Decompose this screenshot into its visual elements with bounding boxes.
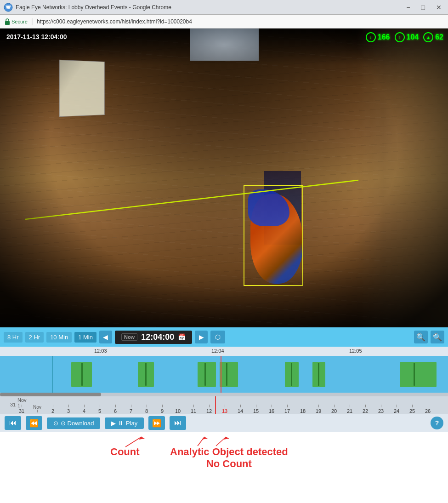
now-badge: Now <box>121 333 137 341</box>
svg-line-4 <box>125 437 142 447</box>
bottom-controls: ⏮ ⏪ ⊙ ⊙ Download ▶ ⏸ Play ⏩ ⏭ ? <box>0 414 448 432</box>
share-button[interactable]: ⬡ <box>210 331 225 343</box>
event-strip[interactable] <box>0 356 448 393</box>
help-button[interactable]: ? <box>431 417 443 429</box>
address-bar: Secure | https://c000.eagleyenetworks.co… <box>0 15 448 29</box>
skip-to-start-button[interactable]: ⏮ <box>5 416 21 430</box>
day-10: 10 <box>170 408 186 414</box>
count-total-badge: ▲ 62 <box>423 32 443 42</box>
day-6: 6 <box>108 408 123 414</box>
day-26: 26 <box>420 408 436 414</box>
play-label: Play <box>126 420 137 427</box>
day-21: 21 <box>342 408 357 414</box>
time-label-1205: 12:05 <box>349 348 362 354</box>
zoom-out-button[interactable]: 🔍 <box>431 331 444 343</box>
svg-marker-5 <box>139 437 145 440</box>
browser-window-controls: − □ ✕ <box>403 3 444 12</box>
day-17: 17 <box>279 408 295 414</box>
day-19: 19 <box>311 408 326 414</box>
time-labels-row: 12:03 12:04 12:05 <box>0 347 448 356</box>
day-12: 12 <box>201 408 217 414</box>
close-button[interactable]: ✕ <box>433 3 444 12</box>
time-btn-10min[interactable]: 10 Min <box>46 332 72 343</box>
event-line-1 <box>81 363 83 386</box>
download-button[interactable]: ⊙ ⊙ Download <box>47 417 100 429</box>
video-timestamp: 2017-11-13 12:04:00 <box>6 33 67 40</box>
time-btn-2hr[interactable]: 2 Hr <box>25 332 44 343</box>
svg-rect-2 <box>5 21 10 25</box>
count-total-value: 62 <box>435 33 443 41</box>
day-7: 7 <box>123 408 139 414</box>
event-block-7 <box>400 362 437 387</box>
download-icon: ⊙ <box>53 420 58 427</box>
count-out-value: 104 <box>407 33 419 41</box>
minimize-button[interactable]: − <box>403 3 413 12</box>
day-22: 22 <box>357 408 373 414</box>
scrollbar-thumb[interactable] <box>0 393 101 396</box>
time-label-1204: 12:04 <box>211 348 224 354</box>
count-total-icon: ▲ <box>423 32 433 42</box>
zoom-in-button[interactable]: 🔍 <box>414 331 428 343</box>
browser-title: Eagle Eye Networks: Lobby Overhead Event… <box>16 4 403 11</box>
event-line-6 <box>318 363 319 386</box>
download-label: ⊙ Download <box>61 420 94 427</box>
time-btn-1min[interactable]: 1 Min <box>74 332 96 343</box>
day-15: 15 <box>248 408 264 414</box>
browser-logo <box>4 3 13 12</box>
day-1: 1 <box>29 413 45 414</box>
svg-marker-9 <box>223 437 229 440</box>
counter-badges: ↓ 166 ↑ 104 ▲ 62 <box>366 32 443 42</box>
count-in-badge: ↓ 166 <box>366 32 390 42</box>
current-time: 12:04:00 <box>141 332 174 342</box>
day-20: 20 <box>326 408 342 414</box>
next-event-button[interactable]: ⏩ <box>148 416 165 430</box>
count-out-icon: ↑ <box>395 32 405 42</box>
day-9: 9 <box>154 408 170 414</box>
month-label: Nov <box>17 397 27 403</box>
controls-bar: 8 Hr 2 Hr 10 Min 1 Min ◀ Now 12:04:00 📅 … <box>0 327 448 347</box>
day-8: 8 <box>139 408 154 414</box>
url-display[interactable]: https://c000.eagleyenetworks.com/hist/in… <box>37 18 192 25</box>
event-line-4 <box>226 363 227 386</box>
time-display: Now 12:04:00 📅 <box>115 331 192 344</box>
play-pause-button[interactable]: ▶ ⏸ Play <box>105 417 144 429</box>
event-line-7 <box>414 363 415 386</box>
day-11: 11 <box>186 408 201 414</box>
prev-event-button[interactable]: ⏪ <box>26 416 42 430</box>
day-18: 18 <box>295 408 311 414</box>
annotations-area: Count Analytic Object detected No Count <box>0 432 448 503</box>
wall-document <box>59 60 105 117</box>
day-3: 3 <box>61 408 76 414</box>
maximize-button[interactable]: □ <box>419 3 428 12</box>
day-16: 16 <box>264 408 279 414</box>
day-14: 14 <box>233 408 248 414</box>
day-25: 25 <box>404 408 420 414</box>
skylight <box>190 29 259 61</box>
day-23: 23 <box>373 408 389 414</box>
day-24: 24 <box>389 408 404 414</box>
day-5: 5 <box>92 408 108 414</box>
playhead <box>221 356 221 393</box>
time-btn-8hr[interactable]: 8 Hr <box>4 332 23 343</box>
count-out-badge: ↑ 104 <box>395 32 419 42</box>
event-block-4 <box>220 362 238 387</box>
calendar-icon[interactable]: 📅 <box>178 333 186 341</box>
skip-to-end-button[interactable]: ⏭ <box>170 416 186 430</box>
svg-marker-7 <box>202 437 208 440</box>
annotation-count-label: Count <box>110 446 140 458</box>
browser-titlebar: Eagle Eye Networks: Lobby Overhead Event… <box>0 0 448 15</box>
day-4: 4 <box>76 408 92 414</box>
camera-background: 2017-11-13 12:04:00 ↓ 166 ↑ 104 ▲ 62 <box>0 29 448 327</box>
right-wall <box>356 29 448 327</box>
day-timeline[interactable]: 31 Nov 1 31Nov12345678910111213141516171… <box>0 396 448 414</box>
nav-prev-button[interactable]: ◀ <box>99 331 112 343</box>
secure-badge: Secure <box>5 18 28 25</box>
play-icon: ▶ ⏸ <box>111 420 124 427</box>
day-2: 2 <box>45 408 61 414</box>
event-line-5 <box>291 363 292 386</box>
nav-next-button[interactable]: ▶ <box>195 331 208 343</box>
timeline-scrollbar[interactable] <box>0 393 448 396</box>
event-block-3 <box>198 362 216 387</box>
day-numbers-row: 31Nov12345678910111213141516171819202122… <box>14 405 437 414</box>
count-in-icon: ↓ <box>366 32 376 42</box>
